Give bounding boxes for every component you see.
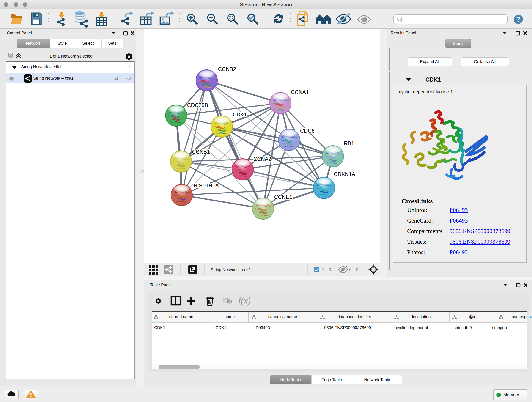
svg-text:CCNA2: CCNA2 [253,156,271,162]
svg-text:CCNB1: CCNB1 [192,149,210,155]
svg-text:?: ? [516,15,520,23]
svg-text:RB1: RB1 [344,140,354,147]
svg-text:CCNE1: CCNE1 [274,194,292,200]
svg-text:1 – 0: 1 – 0 [322,268,331,272]
svg-text:String Network – cdk1: String Network – cdk1 [210,268,251,272]
svg-text:CDKN1A: CDKN1A [334,171,355,177]
svg-text:CCNB2: CCNB2 [218,66,236,72]
svg-text:CDC6: CDC6 [300,128,315,134]
svg-text:f(x): f(x) [238,296,251,306]
svg-text:HIST1H1A: HIST1H1A [194,183,219,189]
svg-text:CCNA1: CCNA1 [291,89,309,95]
svg-text:CDK1: CDK1 [233,112,247,118]
svg-text:CDC25B: CDC25B [187,102,208,108]
svg-text:0 – 0: 0 – 0 [349,268,358,272]
